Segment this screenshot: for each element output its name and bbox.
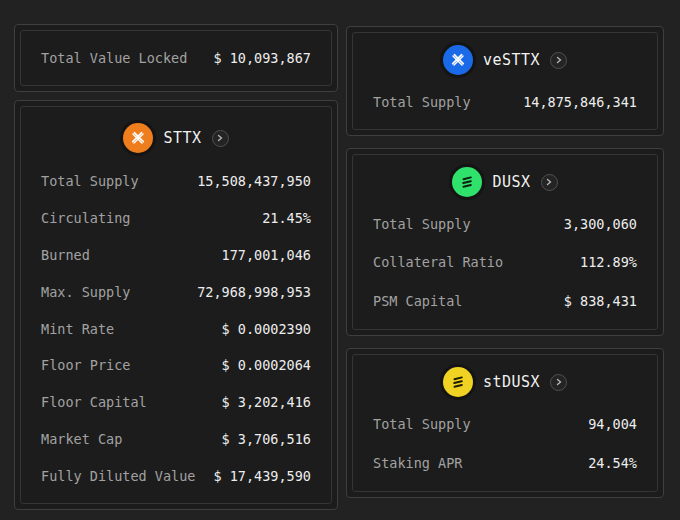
stat-row: Circulating 21.45% <box>41 200 311 237</box>
stat-value: $ 3,706,516 <box>222 431 311 447</box>
stat-value: $ 0.0002390 <box>222 321 311 337</box>
tvl-panel: Total Value Locked $ 10,093,867 <box>14 24 338 92</box>
sttx-token-name: STTX <box>163 129 201 147</box>
stat-row: Collateral Ratio 112.89% <box>373 243 637 281</box>
stat-label: Fully Diluted Value <box>41 468 195 484</box>
vesttx-token-name: veSTTX <box>483 51 540 69</box>
chevron-right-icon <box>550 52 567 69</box>
sttx-stats: Total Supply 15,508,437,950 Circulating … <box>21 163 331 503</box>
stat-label: Max. Supply <box>41 284 130 300</box>
stat-label: Floor Price <box>41 357 130 373</box>
stat-row: Max. Supply 72,968,998,953 <box>41 273 311 310</box>
stat-row: Total Supply 3,300,060 <box>373 205 637 243</box>
chevron-right-icon <box>541 174 558 191</box>
stat-value: 14,875,846,341 <box>523 94 637 110</box>
stat-value: 15,508,437,950 <box>197 173 311 189</box>
stat-row: Floor Price $ 0.0002064 <box>41 347 311 384</box>
stat-row: PSM Capital $ 838,431 <box>373 282 637 320</box>
stat-value: 72,968,998,953 <box>197 284 311 300</box>
stat-row: Staking APR 24.54% <box>373 444 637 483</box>
stat-label: Floor Capital <box>41 394 147 410</box>
dusx-panel: DUSX Total Supply 3,300,060 Collateral R… <box>346 148 664 336</box>
stat-value: 177,001,046 <box>222 247 311 263</box>
stat-row: Fully Diluted Value $ 17,439,590 <box>41 457 311 494</box>
stat-row: Mint Rate $ 0.0002390 <box>41 310 311 347</box>
tvl-panel-inner: Total Value Locked $ 10,093,867 <box>20 30 332 86</box>
stat-value: $ 0.0002064 <box>222 357 311 373</box>
dusx-token-name: DUSX <box>492 173 530 191</box>
dusx-stats: Total Supply 3,300,060 Collateral Ratio … <box>353 205 657 329</box>
stat-value: 112.89% <box>580 254 637 270</box>
tvl-value: $ 10,093,867 <box>213 50 311 66</box>
stat-row: Burned 177,001,046 <box>41 237 311 274</box>
stdusx-stats: Total Supply 94,004 Staking APR 24.54% <box>353 405 657 491</box>
sttx-logo-icon <box>123 123 153 153</box>
stat-value: $ 3,202,416 <box>222 394 311 410</box>
stat-label: Total Supply <box>41 173 139 189</box>
stat-value: $ 838,431 <box>564 293 637 309</box>
vesttx-stats: Total Supply 14,875,846,341 <box>353 83 657 129</box>
stat-label: Market Cap <box>41 431 122 447</box>
stdusx-panel: stDUSX Total Supply 94,004 Staking APR 2… <box>346 348 664 498</box>
stat-row: Total Supply 15,508,437,950 <box>41 163 311 200</box>
stat-value: 21.45% <box>262 210 311 226</box>
stats-dashboard: Total Value Locked $ 10,093,867 S <box>0 0 680 520</box>
dusx-panel-inner: DUSX Total Supply 3,300,060 Collateral R… <box>352 154 658 330</box>
stdusx-token-link[interactable]: stDUSX <box>353 355 657 405</box>
stat-value: 3,300,060 <box>564 216 637 232</box>
stat-label: Total Supply <box>373 416 471 432</box>
stat-value: 94,004 <box>588 416 637 432</box>
sttx-panel: STTX Total Supply 15,508,437,950 Circula… <box>14 100 338 510</box>
vesttx-token-link[interactable]: veSTTX <box>353 33 657 83</box>
stat-row: Market Cap $ 3,706,516 <box>41 420 311 457</box>
stat-label: Collateral Ratio <box>373 254 503 270</box>
stat-value: $ 17,439,590 <box>213 468 311 484</box>
stat-value: 24.54% <box>588 455 637 471</box>
dusx-logo-icon <box>452 167 482 197</box>
stat-label: Total Supply <box>373 216 471 232</box>
sttx-token-link[interactable]: STTX <box>21 107 331 163</box>
dusx-token-link[interactable]: DUSX <box>353 155 657 205</box>
vesttx-panel: veSTTX Total Supply 14,875,846,341 <box>346 26 664 136</box>
stdusx-token-name: stDUSX <box>483 373 540 391</box>
stat-label: Staking APR <box>373 455 462 471</box>
stat-label: Total Supply <box>373 94 471 110</box>
stat-row: Total Supply 94,004 <box>373 405 637 444</box>
tvl-label: Total Value Locked <box>41 50 187 66</box>
vesttx-panel-inner: veSTTX Total Supply 14,875,846,341 <box>352 32 658 130</box>
stat-label: PSM Capital <box>373 293 462 309</box>
chevron-right-icon <box>550 374 567 391</box>
stat-label: Mint Rate <box>41 321 114 337</box>
stdusx-panel-inner: stDUSX Total Supply 94,004 Staking APR 2… <box>352 354 658 492</box>
stat-row: Floor Capital $ 3,202,416 <box>41 384 311 421</box>
sttx-panel-inner: STTX Total Supply 15,508,437,950 Circula… <box>20 106 332 504</box>
stat-row: Total Supply 14,875,846,341 <box>373 83 637 120</box>
stat-label: Burned <box>41 247 90 263</box>
chevron-right-icon <box>212 130 229 147</box>
stdusx-logo-icon <box>443 367 473 397</box>
vesttx-logo-icon <box>443 45 473 75</box>
stat-label: Circulating <box>41 210 130 226</box>
